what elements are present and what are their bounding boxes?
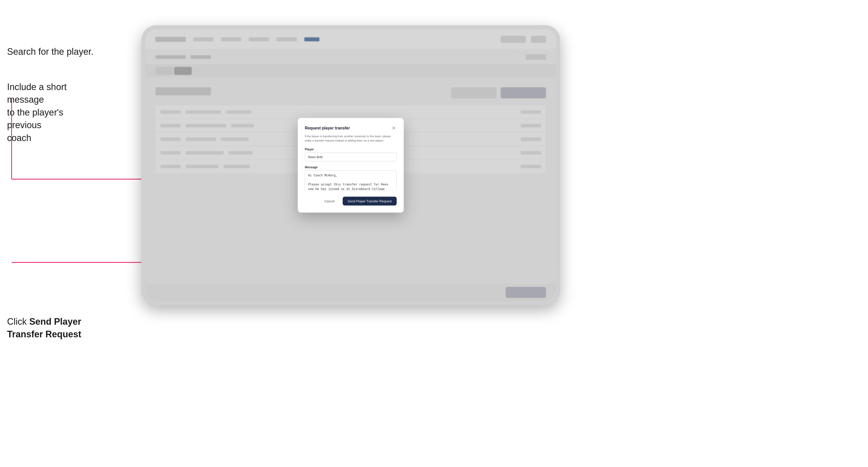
send-transfer-request-button[interactable]: Send Player Transfer Request [343,197,397,206]
modal-close-button[interactable]: ✕ [391,125,397,131]
annotation-click-text: Click Send Player Transfer Request [7,315,81,341]
annotation-search-text: Search for the player. [7,45,93,58]
message-textarea[interactable]: Hi Coach McHarg, Please accept this tran… [305,170,397,191]
player-field-label: Player [305,148,397,151]
cancel-button[interactable]: Cancel [319,197,339,206]
modal-title: Request player transfer [305,126,350,130]
transfer-request-modal: Request player transfer ✕ If the player … [298,118,404,213]
modal-description: If the player is transferring from anoth… [305,134,397,143]
message-field-label: Message [305,165,397,169]
tablet-device: Request player transfer ✕ If the player … [141,25,560,305]
player-input[interactable] [305,153,397,161]
annotation-message-text: Include a short message to the player's … [7,81,78,144]
